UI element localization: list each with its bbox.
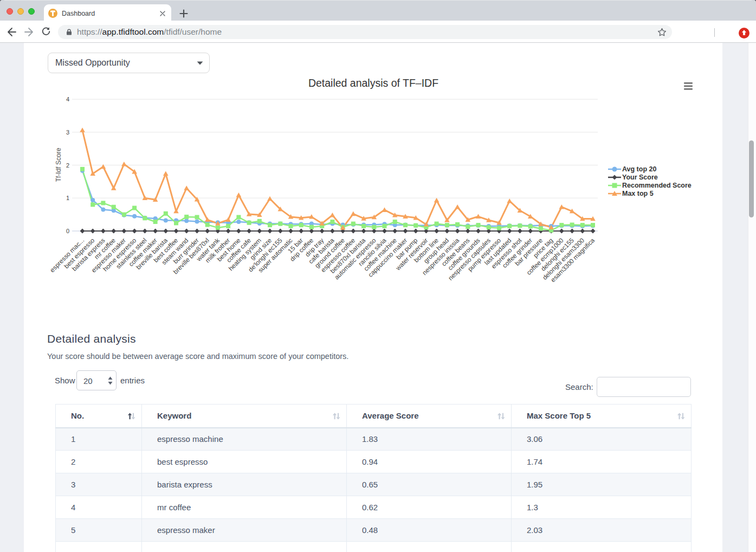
svg-text:2: 2 (66, 162, 69, 169)
svg-text:Recommended Score: Recommended Score (622, 182, 692, 189)
svg-text:Your Score: Your Score (622, 174, 658, 181)
svg-text:Tf-Idf Score: Tf-Idf Score (55, 147, 62, 182)
svg-text:Detailed analysis of TF–IDF: Detailed analysis of TF–IDF (308, 77, 438, 89)
svg-text:Avg top 20: Avg top 20 (622, 165, 656, 173)
svg-text:1: 1 (66, 195, 69, 201)
svg-text:3: 3 (66, 129, 69, 136)
svg-text:Max top 5: Max top 5 (622, 190, 654, 197)
svg-text:4: 4 (66, 96, 69, 102)
svg-text:0: 0 (66, 228, 69, 234)
